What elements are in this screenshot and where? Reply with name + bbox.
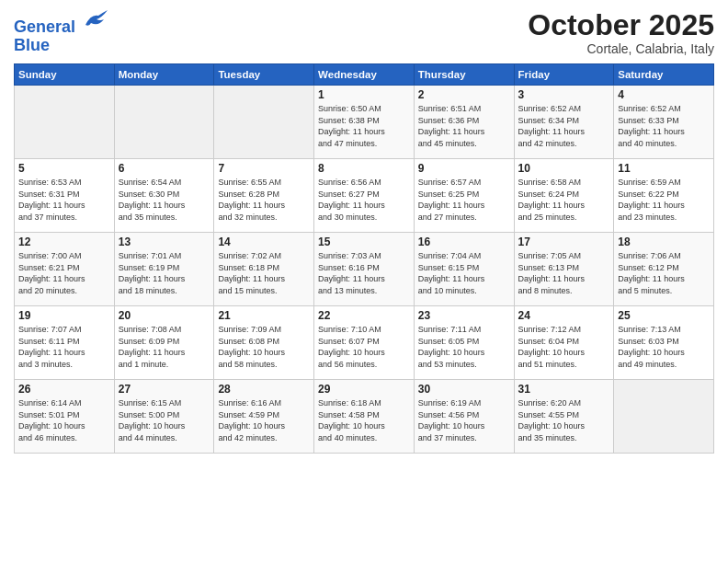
day-info: Sunrise: 7:02 AM Sunset: 6:18 PM Dayligh… (218, 250, 310, 296)
day-number: 23 (418, 309, 510, 322)
calendar-cell: 3Sunrise: 6:52 AM Sunset: 6:34 PM Daylig… (514, 86, 614, 159)
day-info: Sunrise: 6:59 AM Sunset: 6:22 PM Dayligh… (618, 177, 710, 223)
day-number: 11 (618, 162, 710, 175)
day-info: Sunrise: 6:57 AM Sunset: 6:25 PM Dayligh… (418, 177, 510, 223)
day-info: Sunrise: 7:09 AM Sunset: 6:08 PM Dayligh… (218, 324, 310, 370)
day-number: 12 (18, 236, 110, 248)
day-info: Sunrise: 7:08 AM Sunset: 6:09 PM Dayligh… (119, 324, 210, 370)
calendar-cell: 19Sunrise: 7:07 AM Sunset: 6:11 PM Dayli… (15, 306, 115, 380)
calendar-cell: 27Sunrise: 6:15 AM Sunset: 5:00 PM Dayli… (114, 380, 214, 454)
day-info: Sunrise: 7:03 AM Sunset: 6:16 PM Dayligh… (318, 250, 410, 296)
weekday-header-cell: Wednesday (314, 64, 415, 86)
day-number: 15 (318, 236, 410, 248)
calendar-cell: 2Sunrise: 6:51 AM Sunset: 6:36 PM Daylig… (414, 86, 514, 159)
day-info: Sunrise: 6:54 AM Sunset: 6:30 PM Dayligh… (119, 177, 210, 223)
header: General Blue October 2025 Cortale, Calab… (14, 9, 714, 56)
calendar-cell: 29Sunrise: 6:18 AM Sunset: 4:58 PM Dayli… (314, 380, 415, 454)
day-number: 3 (518, 88, 610, 101)
calendar-cell: 21Sunrise: 7:09 AM Sunset: 6:08 PM Dayli… (214, 306, 314, 380)
calendar-cell: 9Sunrise: 6:57 AM Sunset: 6:25 PM Daylig… (414, 159, 514, 233)
calendar-cell: 24Sunrise: 7:12 AM Sunset: 6:04 PM Dayli… (514, 306, 614, 380)
weekday-header-cell: Saturday (614, 64, 714, 86)
calendar-cell: 23Sunrise: 7:11 AM Sunset: 6:05 PM Dayli… (414, 306, 514, 380)
day-info: Sunrise: 6:15 AM Sunset: 5:00 PM Dayligh… (119, 397, 210, 443)
day-info: Sunrise: 6:18 AM Sunset: 4:58 PM Dayligh… (318, 397, 410, 443)
day-number: 1 (318, 88, 410, 101)
calendar-cell: 26Sunrise: 6:14 AM Sunset: 5:01 PM Dayli… (15, 380, 115, 454)
day-info: Sunrise: 6:20 AM Sunset: 4:55 PM Dayligh… (518, 397, 610, 443)
day-number: 17 (518, 236, 610, 248)
day-info: Sunrise: 7:06 AM Sunset: 6:12 PM Dayligh… (618, 250, 710, 296)
weekday-header-cell: Thursday (414, 64, 514, 86)
day-info: Sunrise: 6:50 AM Sunset: 6:38 PM Dayligh… (318, 103, 410, 149)
day-number: 25 (618, 309, 710, 322)
day-info: Sunrise: 6:55 AM Sunset: 6:28 PM Dayligh… (218, 177, 310, 223)
day-info: Sunrise: 6:53 AM Sunset: 6:31 PM Dayligh… (18, 177, 110, 223)
calendar-cell: 20Sunrise: 7:08 AM Sunset: 6:09 PM Dayli… (114, 306, 214, 380)
day-number: 19 (18, 309, 110, 322)
day-number: 26 (18, 383, 110, 396)
logo-blue: Blue (14, 36, 50, 54)
calendar-week-row: 12Sunrise: 7:00 AM Sunset: 6:21 PM Dayli… (15, 233, 714, 306)
calendar-body: 1Sunrise: 6:50 AM Sunset: 6:38 PM Daylig… (15, 86, 714, 454)
day-info: Sunrise: 7:12 AM Sunset: 6:04 PM Dayligh… (518, 324, 610, 370)
day-info: Sunrise: 6:52 AM Sunset: 6:33 PM Dayligh… (618, 103, 710, 149)
logo-general: General (14, 17, 75, 36)
day-info: Sunrise: 7:05 AM Sunset: 6:13 PM Dayligh… (518, 250, 610, 296)
calendar-cell (114, 86, 214, 159)
calendar-cell: 17Sunrise: 7:05 AM Sunset: 6:13 PM Dayli… (514, 233, 614, 306)
day-info: Sunrise: 6:14 AM Sunset: 5:01 PM Dayligh… (18, 397, 110, 443)
logo: General Blue (14, 10, 109, 55)
calendar-table: SundayMondayTuesdayWednesdayThursdayFrid… (14, 63, 714, 454)
calendar-cell: 4Sunrise: 6:52 AM Sunset: 6:33 PM Daylig… (614, 86, 714, 159)
calendar-cell: 18Sunrise: 7:06 AM Sunset: 6:12 PM Dayli… (614, 233, 714, 306)
calendar-cell: 12Sunrise: 7:00 AM Sunset: 6:21 PM Dayli… (15, 233, 115, 306)
calendar-cell: 16Sunrise: 7:04 AM Sunset: 6:15 PM Dayli… (414, 233, 514, 306)
day-number: 31 (518, 383, 610, 396)
day-info: Sunrise: 7:01 AM Sunset: 6:19 PM Dayligh… (119, 250, 210, 296)
weekday-header-cell: Sunday (15, 64, 115, 86)
day-info: Sunrise: 7:10 AM Sunset: 6:07 PM Dayligh… (318, 324, 410, 370)
location-subtitle: Cortale, Calabria, Italy (528, 41, 714, 56)
day-info: Sunrise: 7:00 AM Sunset: 6:21 PM Dayligh… (18, 250, 110, 296)
calendar-cell: 6Sunrise: 6:54 AM Sunset: 6:30 PM Daylig… (114, 159, 214, 233)
weekday-header-cell: Friday (514, 64, 614, 86)
day-number: 20 (119, 309, 210, 322)
day-info: Sunrise: 6:51 AM Sunset: 6:36 PM Dayligh… (418, 103, 510, 149)
weekday-header-row: SundayMondayTuesdayWednesdayThursdayFrid… (15, 64, 714, 86)
calendar-cell: 30Sunrise: 6:19 AM Sunset: 4:56 PM Dayli… (414, 380, 514, 454)
day-number: 10 (518, 162, 610, 175)
month-title: October 2025 (528, 9, 714, 41)
day-number: 8 (318, 162, 410, 175)
calendar-cell: 11Sunrise: 6:59 AM Sunset: 6:22 PM Dayli… (614, 159, 714, 233)
day-info: Sunrise: 7:13 AM Sunset: 6:03 PM Dayligh… (618, 324, 710, 370)
day-number: 27 (119, 383, 210, 396)
day-number: 18 (618, 236, 710, 248)
logo-bird-icon (82, 6, 109, 32)
calendar-cell: 25Sunrise: 7:13 AM Sunset: 6:03 PM Dayli… (614, 306, 714, 380)
day-info: Sunrise: 7:04 AM Sunset: 6:15 PM Dayligh… (418, 250, 510, 296)
day-number: 16 (418, 236, 510, 248)
calendar-week-row: 1Sunrise: 6:50 AM Sunset: 6:38 PM Daylig… (15, 86, 714, 159)
calendar-cell: 7Sunrise: 6:55 AM Sunset: 6:28 PM Daylig… (214, 159, 314, 233)
calendar-cell (614, 380, 714, 454)
calendar-week-row: 26Sunrise: 6:14 AM Sunset: 5:01 PM Dayli… (15, 380, 714, 454)
calendar-cell: 31Sunrise: 6:20 AM Sunset: 4:55 PM Dayli… (514, 380, 614, 454)
calendar-week-row: 19Sunrise: 7:07 AM Sunset: 6:11 PM Dayli… (15, 306, 714, 380)
day-info: Sunrise: 6:52 AM Sunset: 6:34 PM Dayligh… (518, 103, 610, 149)
day-number: 22 (318, 309, 410, 322)
day-info: Sunrise: 6:56 AM Sunset: 6:27 PM Dayligh… (318, 177, 410, 223)
day-info: Sunrise: 7:11 AM Sunset: 6:05 PM Dayligh… (418, 324, 510, 370)
day-info: Sunrise: 6:19 AM Sunset: 4:56 PM Dayligh… (418, 397, 510, 443)
day-info: Sunrise: 7:07 AM Sunset: 6:11 PM Dayligh… (18, 324, 110, 370)
day-number: 9 (418, 162, 510, 175)
calendar-cell: 22Sunrise: 7:10 AM Sunset: 6:07 PM Dayli… (314, 306, 415, 380)
calendar-cell: 14Sunrise: 7:02 AM Sunset: 6:18 PM Dayli… (214, 233, 314, 306)
day-number: 6 (119, 162, 210, 175)
day-number: 28 (218, 383, 310, 396)
calendar-cell: 10Sunrise: 6:58 AM Sunset: 6:24 PM Dayli… (514, 159, 614, 233)
weekday-header-cell: Monday (114, 64, 214, 86)
weekday-header-cell: Tuesday (214, 64, 314, 86)
day-number: 5 (18, 162, 110, 175)
title-block: October 2025 Cortale, Calabria, Italy (528, 9, 714, 56)
